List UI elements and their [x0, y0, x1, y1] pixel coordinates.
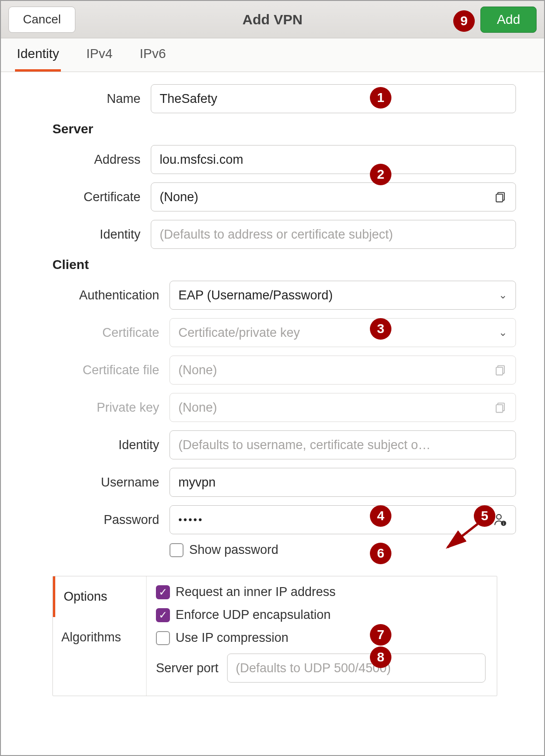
label-private-key: Private key	[29, 400, 169, 415]
client-section-heading: Client	[52, 257, 99, 272]
tab-identity[interactable]: Identity	[15, 38, 61, 72]
address-field[interactable]: lou.msfcsi.com	[151, 145, 516, 174]
label-certificate-file: Certificate file	[29, 363, 169, 378]
server-certificate-chooser[interactable]: (None)	[151, 182, 516, 211]
svg-point-7	[497, 515, 501, 519]
options-panel: Options Algorithms Request an inner IP a…	[52, 576, 497, 696]
password-value: •••••	[178, 514, 204, 526]
label-password: Password	[29, 513, 169, 527]
form-area: 1 2 3 4 5 6 7 8 Name TheSafety Server Ad…	[1, 72, 544, 755]
options-content: Request an inner IP address Enforce UDP …	[147, 576, 497, 696]
server-certificate-value: (None)	[160, 190, 199, 204]
server-port-field[interactable]: (Defaults to UDP 500/4500)	[227, 654, 486, 683]
show-password-checkbox[interactable]	[169, 543, 184, 557]
chevron-down-icon: ⌄	[499, 289, 507, 301]
private-key-value: (None)	[178, 400, 217, 415]
titlebar: Cancel Add VPN Add	[1, 1, 544, 38]
cancel-button[interactable]: Cancel	[8, 7, 75, 33]
enforce-udp-label: Enforce UDP encapsulation	[176, 608, 331, 622]
chevron-down-icon: ⌄	[499, 327, 507, 339]
label-address: Address	[29, 153, 151, 167]
window-title: Add VPN	[1, 12, 544, 28]
ip-compression-label: Use IP compression	[176, 631, 288, 645]
server-section-heading: Server	[52, 122, 103, 137]
label-name: Name	[29, 92, 151, 106]
add-button[interactable]: Add	[480, 7, 537, 33]
algorithms-tab[interactable]: Algorithms	[53, 617, 146, 658]
show-password-row: Show password	[169, 543, 516, 557]
label-server-identity: Identity	[29, 227, 151, 242]
tabs: Identity IPv4 IPv6	[1, 38, 544, 72]
svg-rect-4	[496, 367, 503, 375]
authentication-value: EAP (Username/Password)	[178, 288, 333, 303]
open-file-icon	[494, 190, 507, 204]
svg-rect-6	[496, 405, 503, 412]
label-username: Username	[29, 475, 169, 490]
label-client-certificate: Certificate	[29, 326, 169, 340]
certificate-file-value: (None)	[178, 363, 217, 378]
name-field[interactable]: TheSafety	[151, 84, 516, 113]
client-certificate-kind-value: Certificate/private key	[178, 326, 300, 340]
client-certificate-kind-select: Certificate/private key ⌄	[169, 318, 516, 347]
client-identity-field[interactable]: (Defaults to username, certificate subje…	[169, 430, 516, 459]
ip-compression-checkbox[interactable]	[156, 631, 170, 645]
tab-ipv4[interactable]: IPv4	[84, 38, 114, 72]
username-field[interactable]: myvpn	[169, 468, 516, 497]
options-tab[interactable]: Options	[53, 576, 146, 617]
label-authentication: Authentication	[29, 288, 169, 303]
server-identity-field[interactable]: (Defaults to address or certificate subj…	[151, 220, 516, 249]
svg-rect-2	[496, 194, 503, 202]
private-key-chooser: (None)	[169, 393, 516, 422]
options-sidebar: Options Algorithms	[53, 576, 147, 696]
add-vpn-window: Cancel Add VPN Add Identity IPv4 IPv6 1 …	[0, 0, 545, 756]
svg-text:i: i	[503, 521, 504, 526]
tab-ipv6[interactable]: IPv6	[138, 38, 168, 72]
label-server-certificate: Certificate	[29, 190, 151, 204]
request-inner-ip-checkbox[interactable]	[156, 585, 170, 599]
enforce-udp-checkbox[interactable]	[156, 608, 170, 622]
password-field[interactable]: ••••• i	[169, 505, 516, 534]
label-client-identity: Identity	[29, 438, 169, 452]
password-storage-icon[interactable]: i	[493, 513, 507, 527]
authentication-select[interactable]: EAP (Username/Password) ⌄	[169, 281, 516, 310]
certificate-file-chooser: (None)	[169, 356, 516, 385]
show-password-label: Show password	[189, 543, 279, 557]
label-server-port: Server port	[156, 661, 219, 676]
open-file-icon	[494, 363, 507, 377]
request-inner-ip-label: Request an inner IP address	[176, 585, 336, 599]
open-file-icon	[494, 401, 507, 414]
